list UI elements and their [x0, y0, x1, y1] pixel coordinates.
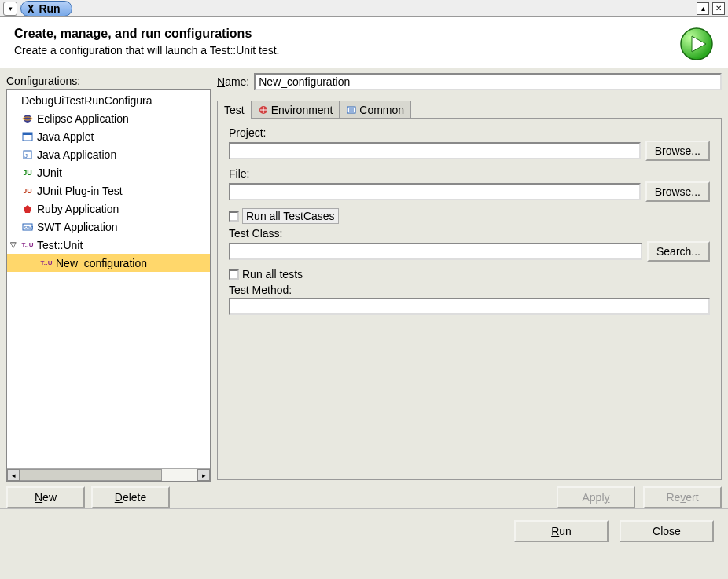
tab-label: Environment: [271, 104, 333, 116]
tree-item-eclipse[interactable]: Eclipse Application: [7, 109, 210, 127]
run-all-testcases-checkbox[interactable]: [229, 211, 239, 222]
header-subtitle: Create a configuration that will launch …: [14, 44, 279, 57]
tree-item-java-applet[interactable]: Java Applet: [7, 127, 210, 145]
window-titlebar: ▾ X Run ▴ ✕: [0, 0, 728, 17]
project-label: Project:: [229, 126, 710, 139]
scroll-right-button[interactable]: ▸: [197, 469, 210, 481]
java-icon: J: [21, 148, 34, 161]
environment-icon: [258, 104, 269, 115]
eclipse-icon: [21, 112, 34, 125]
configurations-label: Configurations:: [6, 73, 211, 89]
tab-body-test: Project: Browse... File: Browse... Run a…: [217, 118, 722, 480]
test-method-input[interactable]: [229, 298, 710, 315]
scroll-thumb[interactable]: [20, 469, 162, 481]
ruby-icon: [21, 203, 34, 215]
tab-test[interactable]: Test: [217, 101, 252, 119]
tree-item-label: New_configuration: [56, 257, 147, 269]
tree-item-ruby[interactable]: Ruby Application: [7, 200, 210, 218]
horizontal-scrollbar[interactable]: ◂ ▸: [7, 468, 210, 481]
tree-item-testunit[interactable]: ▽ T::U Test::Unit: [7, 236, 210, 254]
tree-item-junit[interactable]: JU JUnit: [7, 163, 210, 181]
testunit-icon: T::U: [40, 257, 53, 269]
tree-item-label: Java Applet: [37, 130, 94, 143]
common-icon: [346, 104, 357, 115]
tree-item-label: Java Application: [37, 148, 116, 161]
new-button[interactable]: New: [6, 486, 85, 508]
close-window-button[interactable]: ✕: [712, 2, 725, 15]
svg-rect-12: [347, 107, 355, 113]
tree-item-label: Test::Unit: [37, 239, 83, 251]
run-all-tests-checkbox[interactable]: [229, 269, 239, 280]
file-input[interactable]: [229, 183, 641, 200]
search-button[interactable]: Search...: [647, 241, 710, 262]
project-input[interactable]: [229, 142, 641, 159]
tree-item-label: Ruby Application: [37, 203, 119, 215]
dialog-footer: Run Close: [0, 508, 728, 553]
testunit-icon: T::U: [21, 239, 34, 251]
svg-text:J: J: [24, 152, 28, 159]
delete-button[interactable]: Delete: [91, 486, 170, 508]
tab-label: Common: [359, 104, 404, 116]
swt-icon: SWT: [21, 221, 34, 233]
tabs: Test Environment Common: [217, 98, 722, 119]
window-title-pill: X Run: [20, 1, 72, 16]
revert-button[interactable]: Revert: [643, 486, 722, 508]
test-method-label: Test Method:: [229, 284, 710, 296]
tree-item-label: SWT Application: [37, 221, 117, 233]
tab-environment[interactable]: Environment: [251, 101, 340, 119]
applet-icon: [21, 130, 34, 143]
configurations-tree[interactable]: DebugUiTestRunConfigura Eclipse Applicat…: [6, 89, 211, 482]
svg-point-2: [24, 115, 31, 123]
browse-file-button[interactable]: Browse...: [645, 181, 710, 202]
window-title: Run: [39, 2, 60, 15]
run-button[interactable]: Run: [514, 520, 609, 542]
tree-item-swt[interactable]: SWT SWT Application: [7, 218, 210, 236]
close-button[interactable]: Close: [620, 520, 714, 542]
tree-item-junit-plugin[interactable]: JU JUnit Plug-in Test: [7, 181, 210, 200]
scroll-left-button[interactable]: ◂: [7, 469, 20, 481]
tab-common[interactable]: Common: [339, 101, 411, 119]
svg-rect-5: [23, 133, 32, 135]
browse-project-button[interactable]: Browse...: [645, 141, 710, 161]
tree-item-label: JUnit: [37, 167, 62, 179]
tree-item-label: Eclipse Application: [37, 112, 129, 125]
svg-marker-8: [24, 205, 31, 213]
svg-text:SWT: SWT: [24, 225, 33, 230]
tree-item-java-app[interactable]: J Java Application: [7, 145, 210, 163]
tree-item-debugui[interactable]: DebugUiTestRunConfigura: [7, 91, 210, 109]
header-title: Create, manage, and run configurations: [14, 27, 279, 41]
tree-item-label: JUnit Plug-in Test: [37, 185, 123, 197]
run-all-testcases-label: Run all TestCases: [242, 208, 339, 224]
test-class-label: Test Class:: [229, 227, 710, 240]
run-icon: [679, 27, 714, 61]
name-label: Name:: [217, 75, 249, 88]
run-all-tests-label: Run all tests: [242, 268, 303, 280]
test-class-input[interactable]: [229, 243, 642, 260]
file-label: File:: [229, 167, 710, 180]
tree-item-label: DebugUiTestRunConfigura: [21, 94, 153, 107]
dialog-header: Create, manage, and run configurations C…: [0, 17, 728, 68]
tree-item-new-configuration[interactable]: T::U New_configuration: [7, 254, 210, 272]
junit-plugin-icon: JU: [21, 185, 34, 197]
expand-icon[interactable]: ▽: [10, 240, 17, 249]
x-logo-icon: X: [28, 2, 34, 15]
window-menu-button[interactable]: ▾: [3, 2, 17, 16]
apply-button[interactable]: Apply: [557, 486, 635, 508]
junit-icon: JU: [21, 167, 34, 179]
shade-button[interactable]: ▴: [697, 2, 709, 15]
tab-label: Test: [224, 104, 245, 116]
name-input[interactable]: [254, 73, 722, 90]
